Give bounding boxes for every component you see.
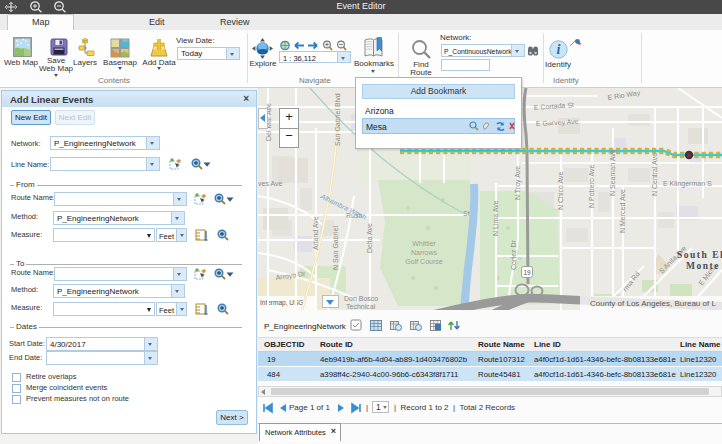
svg-text:N Seaman Ave: N Seaman Ave: [609, 149, 616, 196]
svg-text:San Gabriel Blvd: San Gabriel Blvd: [334, 93, 341, 146]
svg-text:N Potrero Ave: N Potrero Ave: [588, 164, 595, 208]
svg-text:N Lima Ave: N Lima Ave: [492, 200, 499, 236]
svg-text:N Troy Ave: N Troy Ave: [514, 166, 522, 200]
svg-text:N Merced Ave: N Merced Ave: [619, 189, 626, 233]
svg-text:ves Ave: ves Ave: [258, 180, 282, 187]
svg-text:Whittier: Whittier: [412, 240, 436, 247]
svg-text:Don Bosco: Don Bosco: [344, 295, 378, 302]
svg-text:19: 19: [523, 269, 531, 276]
svg-text:St: St: [463, 210, 470, 217]
svg-text:Monte: Monte: [686, 261, 720, 271]
svg-text:Golf Course: Golf Course: [405, 258, 442, 265]
svg-text:N Chico Ave: N Chico Ave: [557, 172, 564, 210]
svg-text:E Klingerman S: E Klingerman S: [663, 180, 712, 188]
svg-text:i: i: [557, 42, 561, 57]
svg-text:Cortez Dr: Cortez Dr: [510, 239, 517, 270]
svg-text:South El: South El: [677, 250, 722, 260]
svg-text:Delta Ave: Delta Ave: [366, 223, 373, 253]
svg-text:N San Gabriel: N San Gabriel: [332, 226, 339, 270]
svg-text:Narrows: Narrows: [411, 249, 438, 256]
svg-text:N Central Ave: N Central Ave: [651, 153, 658, 196]
svg-text:Technical: Technical: [346, 303, 376, 310]
svg-text:Arland Ave: Arland Ave: [312, 216, 319, 250]
svg-text:County of Los Angeles, Bureau: County of Los Angeles, Bureau of L: [590, 299, 716, 308]
